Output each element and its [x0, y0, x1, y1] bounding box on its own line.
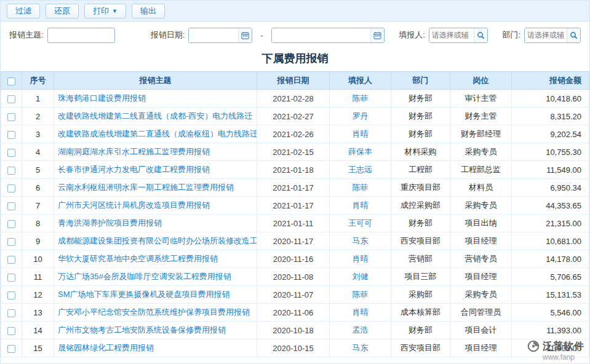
subject-link[interactable]: 华软大厦研究基地中央空调系统工程费用报销 — [54, 250, 257, 268]
person-link[interactable]: 肖晴 — [330, 304, 391, 322]
person-link[interactable]: 罗丹 — [330, 108, 391, 125]
person-link[interactable]: 陈菲 — [330, 90, 391, 108]
row-no: 9 — [22, 232, 54, 250]
subject-link[interactable]: 改建铁路成渝线增建第二直通线（成渝枢纽）电力线路迁 — [54, 125, 257, 143]
row-amount: 9,202.54 — [512, 125, 589, 143]
person-link[interactable]: 肖晴 — [330, 250, 391, 268]
row-amount: 5,546.00 — [512, 304, 589, 322]
subject-link[interactable]: 广州市天河区统计局机房改造项目费用报销 — [54, 197, 257, 215]
row-checkbox[interactable] — [7, 309, 15, 317]
dept-filter-group: 部门: — [502, 28, 581, 43]
subject-link[interactable]: 珠海鹤港口建设费用报销 — [54, 90, 257, 108]
row-no: 12 — [22, 286, 54, 304]
row-checkbox[interactable] — [7, 113, 15, 121]
person-link[interactable]: 刘健 — [330, 268, 391, 286]
header-person: 填报人 — [330, 72, 391, 90]
row-checkbox[interactable] — [7, 274, 15, 282]
row-checkbox[interactable] — [7, 238, 15, 246]
subject-link[interactable]: 青海洪湖养护院项目费用报销 — [54, 215, 257, 232]
calendar-icon[interactable] — [238, 28, 252, 42]
table-row: 9 成都能源建设集团投资有限公司临时办公场所装修改造工 2020-11-17 马… — [1, 232, 589, 250]
subject-filter-label: 报销主题: — [9, 30, 44, 41]
row-date: 2021-01-18 — [257, 161, 330, 179]
table-row: 3 改建铁路成渝线增建第二直通线（成渝枢纽）电力线路迁 2021-02-26 肖… — [1, 125, 589, 143]
print-button[interactable]: 打印 ▼ — [84, 4, 126, 18]
row-no: 1 — [22, 90, 54, 108]
subject-link[interactable]: 改建铁路线增建第二线直通线（成都-西安）电力线路迁 — [54, 108, 257, 125]
row-amount: 6,950.34 — [512, 179, 589, 197]
row-no: 3 — [22, 125, 54, 143]
person-link[interactable]: 王可可 — [330, 215, 391, 232]
person-filter-input[interactable] — [429, 28, 474, 42]
row-amount: 15,131.53 — [512, 286, 589, 304]
row-date: 2020-10-15 — [257, 339, 330, 357]
header-no: 序号 — [22, 72, 54, 90]
subject-link[interactable]: 晟铭园林绿化工程费用报销 — [54, 339, 257, 357]
person-link[interactable]: 肖晴 — [330, 125, 391, 143]
subject-link[interactable]: 长春市伊通河水力发电厂改建工程费用报销 — [54, 161, 257, 179]
row-amount: 10,681.00 — [512, 232, 589, 250]
table-row: 2 改建铁路线增建第二线直通线（成都-西安）电力线路迁 2021-02-27 罗… — [1, 108, 589, 125]
row-checkbox[interactable] — [7, 345, 15, 353]
row-checkbox[interactable] — [7, 95, 15, 103]
row-no: 14 — [22, 322, 54, 339]
date-to-box — [271, 28, 385, 43]
person-link[interactable]: 王志远 — [330, 161, 391, 179]
person-link[interactable]: 马东 — [330, 232, 391, 250]
search-icon[interactable] — [567, 28, 580, 42]
row-date: 2021-01-11 — [257, 215, 330, 232]
filter-button[interactable]: 过滤 — [7, 4, 40, 18]
row-checkbox[interactable] — [7, 167, 15, 175]
subject-link[interactable]: SM广场地下车库更换摄像机及硬盘项目费用报销 — [54, 286, 257, 304]
row-no: 5 — [22, 161, 54, 179]
person-link[interactable]: 肖晴 — [330, 197, 391, 215]
dept-filter-label: 部门: — [502, 30, 520, 41]
person-link[interactable]: 马东 — [330, 339, 391, 357]
row-checkbox[interactable] — [7, 184, 15, 192]
subject-link[interactable]: 万达广场35#会所及咖啡厅空调安装工程费用报销 — [54, 268, 257, 286]
row-checkbox[interactable] — [7, 256, 15, 264]
date-to-input[interactable] — [272, 28, 370, 42]
row-amount: 10,755.30 — [512, 143, 589, 161]
output-button[interactable]: 输出 — [132, 4, 165, 18]
row-amount: 21,315.00 — [512, 215, 589, 232]
row-amount: 11,549.00 — [512, 161, 589, 179]
search-icon[interactable] — [474, 28, 487, 42]
row-dept: 重庆项目部 — [391, 179, 450, 197]
row-checkbox[interactable] — [7, 220, 15, 228]
select-all-checkbox[interactable] — [7, 77, 15, 85]
row-date: 2020-10-18 — [257, 322, 330, 339]
row-amount: 11,903.00 — [512, 339, 589, 357]
header-position: 岗位 — [450, 72, 512, 90]
row-checkbox[interactable] — [7, 131, 15, 139]
row-checkbox[interactable] — [7, 202, 15, 210]
row-checkbox[interactable] — [7, 149, 15, 157]
date-from-input[interactable] — [189, 28, 238, 42]
calendar-icon[interactable] — [370, 28, 384, 42]
subject-link[interactable]: 云南水利枢纽潜明水库一期工程施工监理费用报销 — [54, 179, 257, 197]
row-position: 项目会计 — [450, 322, 512, 339]
row-checkbox[interactable] — [7, 327, 15, 335]
row-position: 合同管理员 — [450, 304, 512, 322]
person-link[interactable]: 孟浩 — [330, 322, 391, 339]
person-link[interactable]: 陈菲 — [330, 179, 391, 197]
toolbar: 过滤 还原 打印 ▼ 输出 — [1, 1, 589, 22]
row-date: 2021-02-27 — [257, 108, 330, 125]
subject-filter-input[interactable] — [47, 28, 115, 43]
restore-button[interactable]: 还原 — [46, 4, 79, 18]
subject-link[interactable]: 湖南洞庭湖水库引水工程施工监理费用报销 — [54, 143, 257, 161]
row-position: 审计主管 — [450, 90, 512, 108]
dept-filter-input[interactable] — [525, 28, 567, 42]
subject-link[interactable]: 广安邓小平纪念馆安全防范系统维护保养项目费用报销 — [54, 304, 257, 322]
subject-link[interactable]: 广州市文物考古工地安防系统设备保修费用报销 — [54, 322, 257, 339]
row-no: 7 — [22, 197, 54, 215]
row-no: 13 — [22, 304, 54, 322]
row-checkbox[interactable] — [7, 291, 15, 299]
person-filter-box — [429, 28, 488, 43]
subject-link[interactable]: 成都能源建设集团投资有限公司临时办公场所装修改造工 — [54, 232, 257, 250]
person-link[interactable]: 陈菲 — [330, 286, 391, 304]
row-no: 4 — [22, 143, 54, 161]
date-range-separator: - — [260, 31, 263, 40]
person-link[interactable]: 薛保丰 — [330, 143, 391, 161]
row-amount: 44,353.65 — [512, 197, 589, 215]
